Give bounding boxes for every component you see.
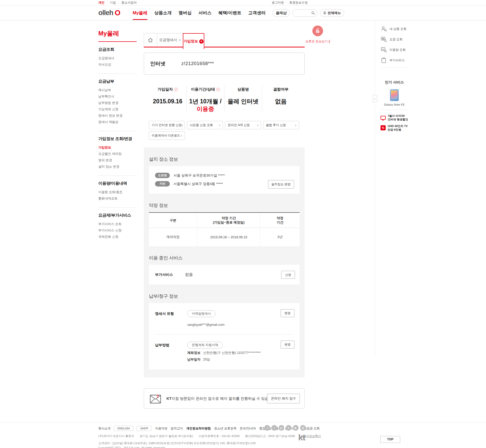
footer-shop-button[interactable]: SHOP bbox=[137, 426, 152, 431]
product-type-label: 인터넷 bbox=[150, 60, 165, 67]
sidebar-item-usage-inquiry[interactable]: 이용량 조회/충전 bbox=[98, 189, 137, 195]
rail-collapse-handle[interactable]: › bbox=[373, 95, 377, 102]
sidebar-item-call-history[interactable]: 통화내역조회 bbox=[98, 195, 137, 202]
info-icon[interactable]: i bbox=[216, 88, 220, 91]
contract-type: 계약약정 bbox=[149, 228, 197, 246]
online-cancel-button[interactable]: 온라인 해지 접수 bbox=[267, 394, 300, 403]
footer-link-company[interactable]: 회사소개 bbox=[98, 426, 111, 431]
addon-apply-button[interactable]: 신청 bbox=[281, 271, 295, 279]
olleh-shop-button[interactable]: 올레샵 bbox=[272, 9, 290, 17]
popular-phone-banner[interactable]: Galaxy Note FE bbox=[381, 89, 408, 106]
logout-link[interactable]: 로그아웃 bbox=[272, 1, 284, 5]
payment-change-button[interactable]: 변경 bbox=[281, 341, 294, 349]
svg-text:?: ? bbox=[157, 394, 159, 398]
sidebar-item-immediate-pay[interactable]: 즉시납부 bbox=[98, 87, 137, 93]
banner-line: UHD 40인치 TV bbox=[388, 125, 408, 128]
contract-download-button[interactable]: 이용계약서 다운로드 › bbox=[149, 131, 185, 140]
tv-monitor-icon bbox=[381, 116, 386, 120]
section-title: 이용 중인 서비스 bbox=[149, 255, 300, 261]
footer-link-youth[interactable]: 청소년 보호정책 bbox=[214, 426, 236, 431]
search-box bbox=[292, 9, 317, 17]
sidebar-item-virtual-account[interactable]: 가상계좌 신청 bbox=[98, 106, 137, 113]
footer-link-privacy[interactable]: 개인정보처리방침 bbox=[186, 426, 211, 431]
twitter-icon[interactable]: t bbox=[271, 425, 277, 431]
nav-service[interactable]: 서비스 bbox=[198, 10, 211, 16]
sidebar-item-addon-apply[interactable]: 부가서비스 신청 bbox=[98, 227, 137, 234]
bundle-add-button[interactable]: 결합 추가 신청 › bbox=[263, 121, 299, 129]
nav-products[interactable]: 상품소개 bbox=[154, 10, 172, 16]
olleh-logo[interactable]: olleh O bbox=[98, 9, 121, 17]
search-input[interactable] bbox=[295, 11, 311, 15]
sidebar-item-intl-call-apply[interactable]: 국제전화 신청 bbox=[98, 234, 137, 240]
edit-member-info-link[interactable]: 회원정보수정 bbox=[289, 1, 308, 5]
contract-section: 약정 정보 구분 약정 기간 (가입일~종료 예정일) 약정 기간 bbox=[149, 202, 300, 246]
giga-internet-switch-button[interactable]: 기가 인터넷 전환 신청 › bbox=[149, 121, 185, 129]
banner-line: 반값 6만원 bbox=[388, 128, 401, 131]
billing-section: 납부/청구 정보 명세서 유형 이메일명세서 sanghyukl***@gmai… bbox=[149, 293, 300, 369]
sidebar-item-subscription-info[interactable]: 가입정보 bbox=[98, 144, 137, 151]
gift-inquiry-button[interactable]: 사은품 신청 조회 › bbox=[187, 121, 223, 129]
nav-membership[interactable]: 멤버십 bbox=[179, 10, 192, 16]
sidebar-section-subscription: 가입정보 조회/변경 가입정보 요금할인 재약정 명의 변경 설치 장소 변경 bbox=[98, 131, 137, 176]
sidebar-item-statement-resend[interactable]: 명세서 재발송 bbox=[98, 119, 137, 125]
sidebar-item-addon-inquiry[interactable]: 부가서비스 조회 bbox=[98, 221, 137, 227]
payment-method-label: 납부방법 bbox=[155, 342, 187, 362]
divider bbox=[287, 2, 287, 4]
facebook-icon[interactable]: f bbox=[264, 425, 270, 431]
link-business[interactable]: 기업 bbox=[110, 1, 116, 5]
all-menu-button[interactable]: ☰ 전체메뉴 bbox=[320, 9, 344, 17]
footer-english-button[interactable]: ENGLISH bbox=[114, 426, 133, 431]
road-badge: 도로명 bbox=[155, 173, 170, 178]
quick-fee-inquiry[interactable]: ₩ 요금 조회 bbox=[381, 36, 408, 43]
quick-my-products[interactable]: 내 상품 조회 bbox=[381, 26, 408, 32]
nav-benefit[interactable]: 혜택/이벤트 bbox=[218, 10, 241, 16]
tab-bill-statement[interactable]: 요금명세서 × bbox=[157, 33, 183, 47]
youtube-icon[interactable]: ▶ bbox=[293, 425, 299, 431]
sidebar-item-name-change[interactable]: 명의 변경 bbox=[98, 157, 137, 164]
percent-tag-icon: % bbox=[381, 125, 386, 130]
quick-addon-services[interactable]: 부가서비스 bbox=[381, 57, 408, 64]
summary-label: 가입일자 bbox=[158, 87, 173, 92]
sidebar-item-discount-recontract[interactable]: 요금할인 재약정 bbox=[98, 151, 137, 157]
statement-change-button[interactable]: 변경 bbox=[281, 309, 294, 317]
unlock-icon bbox=[315, 28, 321, 34]
sidebar-item-bill-statement[interactable]: 요금명세서 bbox=[98, 55, 137, 61]
info-icon[interactable]: i bbox=[329, 40, 330, 43]
internet-discount-banner[interactable]: 7월이 마지막! 인터넷 평생할인 bbox=[381, 114, 411, 121]
online-as-button[interactable]: 온라인 A/S 신청 › bbox=[225, 121, 261, 129]
search-button[interactable] bbox=[311, 11, 315, 15]
footer-company-info: (주)케이티 대표이사 황창규 경기도 성남시 분당구 불정로 90 (정자동)… bbox=[98, 434, 306, 438]
hamburger-icon: ☰ bbox=[323, 11, 326, 15]
tab-home[interactable] bbox=[144, 33, 157, 47]
statement-email: sanghyukl***@gmail.com bbox=[187, 323, 224, 327]
footer-link-contact[interactable]: 문의/안내처 bbox=[240, 426, 256, 431]
notice-text: KT지점 방문없이 온라인 접수로 해지 절차를 진행하실 수 있습니다. bbox=[167, 396, 277, 401]
tab-label: 가입정보 bbox=[184, 39, 198, 44]
blog-icon[interactable]: b bbox=[286, 425, 291, 431]
divider bbox=[118, 2, 119, 4]
sidebar-item-install-location-change[interactable]: 설치 장소 변경 bbox=[98, 164, 137, 170]
protected-lock-button[interactable] bbox=[312, 26, 323, 36]
nav-my-olleh[interactable]: My올레 bbox=[133, 10, 148, 16]
link-sme[interactable]: 중소사업자 bbox=[121, 1, 137, 5]
uhd-tv-banner[interactable]: % UHD 40인치 TV 반값 6만원 bbox=[381, 124, 411, 131]
install-location-change-button[interactable]: 설치장소 변경 bbox=[268, 180, 294, 189]
sidebar-item-payment-method-change[interactable]: 납부방법 변경 bbox=[98, 100, 137, 106]
footer-link-terms[interactable]: 이용약관 bbox=[155, 426, 167, 431]
sidebar-item-child-fee[interactable]: 자녀요금 bbox=[98, 61, 137, 68]
link-personal[interactable]: 개인 bbox=[98, 1, 104, 5]
kakao-icon[interactable]: @ bbox=[300, 425, 306, 431]
footer-support-info: 고객센터 : [모바일] 휴대폰+114(무료), 1588-0010(유료) … bbox=[98, 441, 306, 445]
protected-info-label[interactable]: 보호된 정보보기 bbox=[305, 39, 328, 44]
quick-usage-inquiry[interactable]: 이용량 조회 bbox=[381, 46, 408, 53]
info-icon[interactable]: i bbox=[174, 88, 178, 91]
close-icon[interactable]: × bbox=[179, 38, 181, 42]
close-icon[interactable]: × bbox=[199, 39, 204, 44]
tab-subscription-info[interactable]: 가입정보 × bbox=[183, 33, 204, 49]
nav-support[interactable]: 고객센터 bbox=[248, 10, 266, 16]
sidebar-item-statement-info-change[interactable]: 명세서 정보 변경 bbox=[98, 113, 137, 119]
sidebar-item-payment-confirmation[interactable]: 납부확인서 bbox=[98, 93, 137, 100]
googleplus-icon[interactable]: g+ bbox=[279, 425, 284, 431]
footer-link-legal[interactable]: 법적고지 bbox=[171, 426, 183, 431]
phone-label: Galaxy Note FE bbox=[381, 103, 408, 106]
